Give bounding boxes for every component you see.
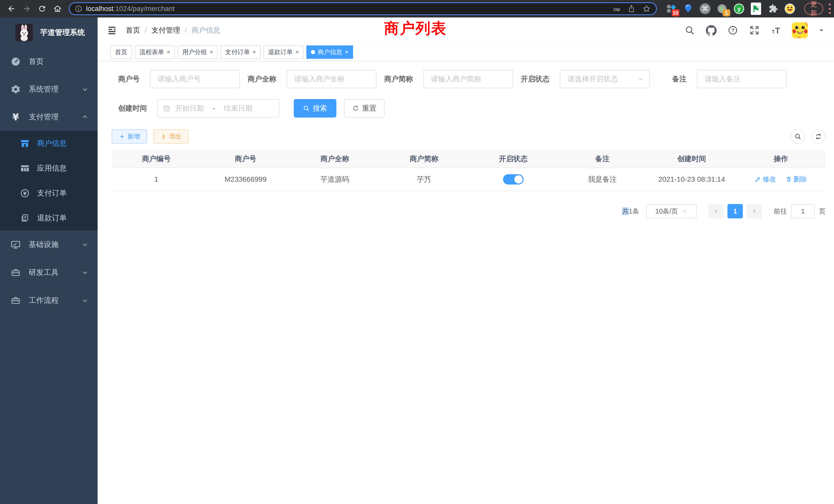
help-icon[interactable]: ? — [727, 25, 739, 36]
github-icon[interactable] — [706, 25, 717, 36]
col-remark: 备注 — [558, 150, 647, 168]
next-page-button[interactable] — [746, 204, 762, 219]
sidebar-item-pay-order[interactable]: ¥ 支付订单 — [0, 181, 97, 206]
remark-input[interactable] — [697, 70, 787, 88]
chevron-down-icon — [637, 76, 644, 83]
svg-text:¥: ¥ — [23, 190, 27, 196]
status-label: 开启状态 — [521, 74, 560, 84]
close-icon[interactable]: × — [295, 48, 299, 56]
back-icon[interactable] — [5, 2, 18, 16]
svg-text:¥: ¥ — [12, 112, 19, 123]
sidebar-item-merchant-info[interactable]: 商户信息 — [0, 131, 97, 156]
sidebar-item-infra[interactable]: 基础设施 — [0, 230, 97, 258]
pagination: 共1条 10条/页 1 — [112, 204, 826, 219]
chevron-up-icon — [81, 113, 89, 121]
profile-emoji-icon[interactable] — [784, 3, 795, 14]
toggle-search-button[interactable] — [791, 129, 805, 144]
avatar-caret-icon[interactable] — [818, 27, 825, 33]
close-icon[interactable]: × — [253, 48, 256, 56]
reload-icon[interactable] — [36, 2, 49, 16]
close-icon[interactable]: × — [345, 48, 348, 56]
fullscreen-icon[interactable] — [749, 25, 760, 36]
extension-y-icon[interactable]: y — [733, 3, 745, 14]
browser-chrome: localhost:1024/pay/merchant 10 — [0, 0, 834, 18]
tab-merchant-info[interactable]: 商户信息 × — [306, 45, 353, 59]
breadcrumb-current: 商户信息 — [192, 25, 220, 35]
page-size-select[interactable]: 10条/页 — [646, 204, 697, 219]
home-icon[interactable] — [51, 2, 64, 16]
chevron-down-icon — [681, 208, 688, 214]
font-size-icon[interactable]: T T — [770, 25, 782, 36]
add-button[interactable]: 新增 — [112, 129, 147, 144]
sidebar-item-app-info[interactable]: 应用信息 — [0, 156, 97, 181]
short-name-input[interactable] — [423, 70, 513, 88]
info-icon[interactable] — [75, 5, 83, 13]
bookmark-star-icon[interactable] — [642, 4, 651, 13]
url-text: localhost:1024/pay/merchant — [86, 5, 609, 13]
status-toggle[interactable] — [503, 174, 524, 184]
password-key-icon[interactable] — [612, 5, 621, 13]
logo-row[interactable]: 芋道管理系统 — [0, 18, 97, 48]
tab-home[interactable]: 首页 — [110, 45, 132, 59]
tab-refund-order[interactable]: 退款订单 × — [263, 45, 304, 59]
col-merchant-no: 商户号 — [201, 150, 290, 168]
refresh-table-button[interactable] — [811, 129, 826, 144]
sidebar-item-system[interactable]: 系统管理 — [0, 75, 97, 103]
merchant-no-input[interactable] — [150, 70, 240, 88]
extension-command-icon[interactable]: ⌘ — [699, 3, 711, 14]
edit-label: 修改 — [763, 175, 776, 184]
extension-record-icon[interactable]: 1 — [717, 3, 728, 14]
prev-page-button[interactable] — [708, 204, 724, 219]
extension-flag-icon[interactable] — [750, 3, 762, 14]
search-button[interactable]: 搜索 — [294, 99, 336, 117]
sidebar-item-refund-order[interactable]: 退款订单 — [0, 206, 97, 230]
reset-button[interactable]: 重置 — [344, 99, 385, 117]
extension-balloon-icon[interactable] — [682, 3, 694, 14]
tab-pay-order[interactable]: 支付订单 × — [221, 45, 261, 59]
sidebar-item-workflow[interactable]: 工作流程 — [0, 287, 97, 314]
breadcrumb-home[interactable]: 首页 — [126, 25, 140, 35]
sidebar-collapse-icon[interactable] — [106, 25, 117, 36]
breadcrumb-pay[interactable]: 支付管理 — [152, 25, 180, 35]
status-select[interactable]: 请选择开启状态 — [560, 70, 650, 88]
sidebar-item-label: 应用信息 — [37, 163, 67, 174]
edit-link[interactable]: 修改 — [755, 175, 776, 184]
close-icon[interactable]: × — [167, 48, 170, 56]
share-icon[interactable] — [627, 5, 636, 13]
create-time-range-picker[interactable]: 开始日期 - 结束日期 — [157, 99, 279, 117]
close-icon[interactable]: × — [210, 48, 213, 56]
svg-text:y: y — [738, 6, 741, 12]
extension-diamond-icon[interactable]: 10 — [665, 3, 677, 14]
sidebar-item-devtools[interactable]: 研发工具 — [0, 258, 97, 287]
toolbox-icon — [10, 267, 22, 278]
calendar-icon — [163, 105, 171, 112]
goto-label: 前往 — [774, 207, 787, 216]
table-row: 1 M233666999 芋道源码 芋艿 我是备注 2021-10-23 08:… — [112, 168, 826, 191]
url-bar[interactable]: localhost:1024/pay/merchant — [69, 2, 657, 15]
sidebar-item-home[interactable]: 首页 — [0, 48, 97, 75]
search-icon — [794, 133, 802, 140]
cell-short-name: 芋艿 — [379, 168, 469, 191]
sidebar-item-pay[interactable]: ¥ 支付管理 — [0, 103, 97, 131]
toolbox-icon — [10, 295, 22, 306]
tab-user-group[interactable]: 用户分组 × — [178, 45, 218, 59]
browser-update-button[interactable]: 更新 — [804, 3, 823, 15]
user-avatar-pikachu[interactable] — [792, 22, 808, 38]
full-name-input[interactable] — [287, 70, 376, 88]
extensions-puzzle-icon[interactable] — [767, 3, 778, 14]
search-icon[interactable] — [684, 25, 695, 36]
browser-menu-icon[interactable] — [829, 4, 831, 14]
tab-label: 用户分组 — [182, 48, 207, 56]
goto-page-input[interactable] — [791, 204, 815, 219]
chevron-down-icon — [81, 86, 89, 93]
export-button[interactable]: 导出 — [153, 129, 189, 144]
tab-process-form[interactable]: 流程表单 × — [135, 45, 175, 59]
monitor-icon — [10, 239, 22, 250]
cell-remark: 我是备注 — [558, 168, 647, 191]
delete-link[interactable]: 删除 — [786, 175, 807, 184]
forward-icon[interactable] — [20, 2, 34, 16]
page-number-button[interactable]: 1 — [727, 204, 743, 219]
add-button-label: 新增 — [128, 132, 140, 141]
reset-button-label: 重置 — [362, 104, 376, 113]
pencil-icon — [755, 176, 761, 182]
